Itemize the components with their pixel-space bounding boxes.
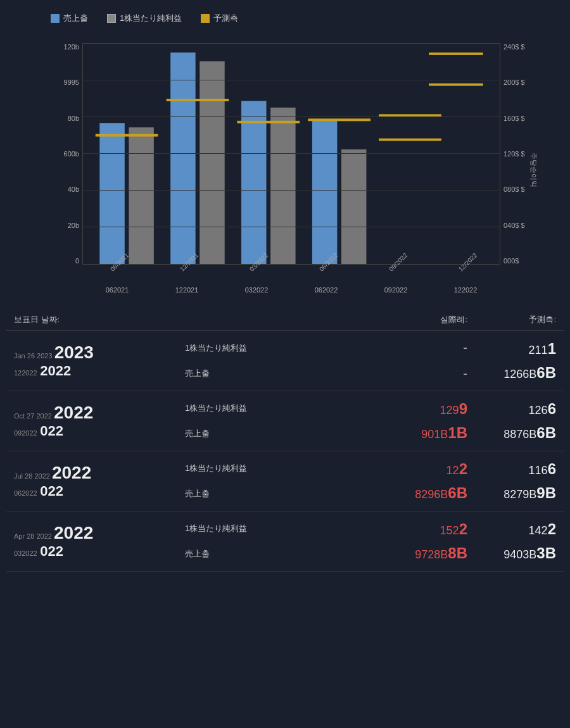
actual-4a: 1522 <box>366 520 467 538</box>
svg-rect-12 <box>379 139 441 141</box>
x-label-032022: 03/2022 032022 <box>242 268 271 294</box>
header-date-label: 보표日 날짜: <box>14 315 60 324</box>
y-right-label: 주당순이익 <box>529 153 538 187</box>
metric-label-4b: 売上출 <box>185 548 366 560</box>
actual-3a-suffix: 2 <box>459 460 467 477</box>
metric-col-1a: 1株当たり純利益 売上출 <box>185 342 366 379</box>
metric-label-1b: 売上출 <box>185 368 366 379</box>
x-label-122021: 12/2021 122021 <box>172 268 201 294</box>
forecast-4a: 1422 <box>467 520 556 538</box>
forecast-3b-main: 8279B <box>504 488 536 501</box>
forecast-3b-suffix: 9B <box>536 484 556 501</box>
table-header: 보표日 날짜: 실際례: 予測측: <box>6 309 564 331</box>
period-small-2: 092022 <box>14 429 37 437</box>
actual-3a-main: 12 <box>446 464 459 477</box>
table-row-group-2: Oct 27 2022 2022 092022 022 1株当たり純利益 売上출… <box>6 391 564 451</box>
actual-col-2: 1299 901B1B <box>366 400 467 442</box>
svg-rect-4 <box>200 61 224 264</box>
actual-2b: 901B1B <box>366 424 467 442</box>
forecast-3a-suffix: 6 <box>548 460 556 477</box>
date-main-1: 2023 <box>54 342 94 362</box>
date-small-2: Oct 27 2022 <box>14 412 54 420</box>
forecast-1b: 1266B6B <box>467 364 556 382</box>
forecast-2b-main: 8876B <box>504 428 536 441</box>
x-label-122022: 12/2022 122022 <box>451 268 480 294</box>
legend-forecast: 予測측 <box>201 13 238 24</box>
y-axis-left: 0 20b 40b 600b 80b 9995 120b <box>38 43 82 265</box>
date-main-4: 2022 <box>54 523 93 543</box>
actual-3b-suffix: 6B <box>448 484 467 501</box>
chart-area <box>82 43 500 265</box>
date-main-3: 2022 <box>52 463 91 482</box>
legend-revenue: 売上출 <box>51 13 88 24</box>
table-row-4a: Apr 28 2022 2022 032022 022 1株当たり純利益 売上출… <box>14 518 556 565</box>
forecast-1a-main: 211 <box>529 344 548 356</box>
forecast-2a-suffix: 6 <box>548 400 556 417</box>
metric-col-3a: 1株当たり純利益 売上출 <box>185 463 366 499</box>
svg-rect-8 <box>237 121 300 123</box>
period-small-4: 032022 <box>14 549 37 557</box>
table-row-3a: Jul 28 2022 2022 062022 022 1株当たり純利益 売上출… <box>14 458 556 505</box>
forecast-1b-suffix: 6B <box>536 364 556 381</box>
period-main-1: 2022 <box>40 363 71 379</box>
forecast-1a: 2111 <box>467 340 556 358</box>
legend-forecast-label: 予測측 <box>213 13 238 24</box>
grid-line-4 <box>83 116 500 117</box>
svg-rect-9 <box>312 121 337 264</box>
svg-rect-10 <box>341 149 366 264</box>
forecast-col-2: 1266 8876B6B <box>467 400 556 442</box>
date-col-3: Jul 28 2022 2022 062022 022 <box>14 463 185 499</box>
grid-line-5 <box>83 80 500 80</box>
svg-rect-15 <box>429 53 483 55</box>
svg-rect-11 <box>308 118 370 121</box>
actual-2a-suffix: 9 <box>459 400 467 417</box>
actual-2b-suffix: 1B <box>448 424 467 441</box>
date-small-4: Apr 28 2022 <box>14 532 54 540</box>
metric-label-4a: 1株当たり純利益 <box>185 523 366 534</box>
header-actual: 실際례: <box>366 314 467 325</box>
forecast-4a-main: 142 <box>529 524 548 537</box>
main-chart: 0 20b 40b 600b 80b 9995 120b <box>38 37 532 303</box>
legend-eps: 1株当たり純利益 <box>107 13 182 24</box>
forecast-3a-main: 116 <box>529 464 548 477</box>
svg-rect-2 <box>96 134 158 137</box>
forecast-1b-main: 1266B <box>504 368 536 380</box>
forecast-4b: 9403B3B <box>467 544 556 562</box>
earnings-table: 보표日 날짜: 실際례: 予測측: Jan 26 2023 2023 12202… <box>6 309 564 572</box>
forecast-3b: 8279B9B <box>467 484 556 502</box>
legend-yellow-box <box>201 14 210 23</box>
forecast-2a: 1266 <box>467 400 556 418</box>
period-main-3: 022 <box>40 483 63 499</box>
date-col-2: Oct 27 2022 2022 092022 022 <box>14 403 185 439</box>
forecast-3a: 1166 <box>467 460 556 478</box>
actual-2a-main: 129 <box>440 404 459 417</box>
metric-label-2a: 1株当たり純利益 <box>185 403 366 414</box>
forecast-col-1: 2111 1266B6B <box>467 340 556 382</box>
grid-line-2 <box>83 190 500 191</box>
metric-label-3a: 1株当たり純利益 <box>185 463 366 474</box>
forecast-2a-main: 126 <box>529 404 548 417</box>
actual-1a: - <box>366 341 467 355</box>
chart-legend: 売上출 1株当たり純利益 予測측 <box>0 0 570 30</box>
forecast-col-3: 1166 8279B9B <box>467 460 556 502</box>
actual-4a-suffix: 2 <box>459 520 467 537</box>
forecast-2b: 8876B6B <box>467 424 556 442</box>
period-main-2: 022 <box>40 423 63 439</box>
legend-blue-box <box>51 14 60 23</box>
x-label-062021: 06/2021 062021 <box>103 268 132 294</box>
actual-2b-main: 901B <box>421 428 448 441</box>
metric-col-4a: 1株当たり純利益 売上출 <box>185 523 366 560</box>
x-axis: 06/2021 062021 12/2021 122021 03/2022 03… <box>82 265 500 303</box>
header-forecast-label: 予測측: <box>529 315 556 324</box>
legend-gray-box <box>107 14 116 23</box>
header-forecast: 予測측: <box>467 314 556 325</box>
actual-2a: 1299 <box>366 400 467 418</box>
table-row-1a: Jan 26 2023 2023 122022 2022 1株当たり純利益 売上… <box>14 337 556 384</box>
y-axis-right: 000$ 040$ $ 080$ $ 120$ $ 160$ $ 200$ $ … <box>500 43 532 265</box>
actual-col-1: - - <box>366 341 467 381</box>
date-main-2: 2022 <box>54 403 93 422</box>
x-label-092022: 09/2022 092022 <box>381 268 410 294</box>
period-small-3: 062022 <box>14 489 37 497</box>
svg-rect-3 <box>170 53 195 264</box>
grid-line-top <box>83 43 500 44</box>
